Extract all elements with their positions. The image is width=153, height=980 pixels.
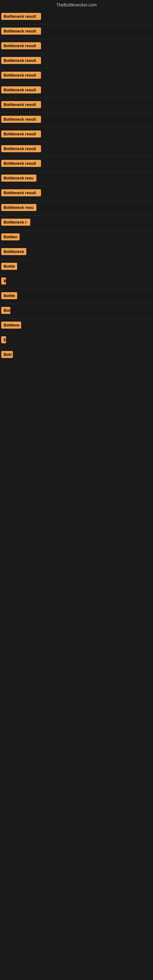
result-row-22: Bottlene — [0, 318, 153, 333]
bottleneck-badge-3[interactable]: Bottleneck result — [1, 42, 41, 49]
bottleneck-badge-5[interactable]: Bottleneck result — [1, 72, 41, 79]
result-row-16: Bottlen — [0, 230, 153, 245]
page-container: TheBottlenecker.com Bottleneck resultBot… — [0, 0, 153, 485]
result-row-19: B — [0, 274, 153, 289]
result-row-14: Bottleneck resu — [0, 201, 153, 216]
bottleneck-badge-10[interactable]: Bottleneck result — [1, 145, 41, 152]
bottleneck-badge-16[interactable]: Bottlen — [1, 233, 19, 240]
result-row-23: E — [0, 333, 153, 348]
result-row-21: Bot — [0, 304, 153, 318]
result-row-7: Bottleneck result — [0, 98, 153, 113]
result-row-2: Bottleneck result — [0, 24, 153, 39]
result-row-11: Bottleneck result — [0, 157, 153, 172]
bottleneck-badge-18[interactable]: Bottle — [1, 263, 17, 270]
result-row-8: Bottleneck result — [0, 113, 153, 127]
empty-section — [0, 363, 153, 485]
result-row-9: Bottleneck result — [0, 127, 153, 142]
bottleneck-badge-23[interactable]: E — [1, 336, 6, 343]
bottleneck-badge-12[interactable]: Bottleneck resu — [1, 175, 37, 181]
bottleneck-badge-1[interactable]: Bottleneck result — [1, 13, 41, 20]
result-row-4: Bottleneck result — [0, 54, 153, 68]
result-row-20: Bottle — [0, 289, 153, 304]
result-row-24: Bott — [0, 348, 153, 363]
bottleneck-badge-4[interactable]: Bottleneck result — [1, 57, 41, 64]
bottleneck-badge-11[interactable]: Bottleneck result — [1, 160, 41, 167]
result-row-13: Bottleneck result — [0, 186, 153, 201]
bottleneck-badge-9[interactable]: Bottleneck result — [1, 130, 41, 137]
result-row-10: Bottleneck result — [0, 142, 153, 157]
bottleneck-badge-19[interactable]: B — [1, 277, 6, 285]
bottleneck-badge-2[interactable]: Bottleneck result — [1, 27, 41, 35]
result-row-12: Bottleneck resu — [0, 172, 153, 186]
bottleneck-badge-20[interactable]: Bottle — [1, 292, 17, 299]
bottleneck-badge-22[interactable]: Bottlene — [1, 321, 21, 329]
bottleneck-badge-17[interactable]: Bottleneck — [1, 248, 26, 255]
bottleneck-badge-8[interactable]: Bottleneck result — [1, 116, 41, 123]
result-row-1: Bottleneck result — [0, 10, 153, 24]
site-title-text: TheBottlenecker.com — [56, 2, 97, 7]
bottleneck-badge-7[interactable]: Bottleneck result — [1, 101, 41, 108]
result-row-6: Bottleneck result — [0, 83, 153, 98]
bottleneck-badge-14[interactable]: Bottleneck resu — [1, 204, 37, 211]
results-list: Bottleneck resultBottleneck resultBottle… — [0, 10, 153, 363]
result-row-17: Bottleneck — [0, 245, 153, 260]
result-row-18: Bottle — [0, 260, 153, 274]
site-title-bar: TheBottlenecker.com — [0, 0, 153, 10]
bottleneck-badge-15[interactable]: Bottleneck r — [1, 219, 30, 226]
bottleneck-badge-6[interactable]: Bottleneck result — [1, 86, 41, 94]
result-row-15: Bottleneck r — [0, 216, 153, 230]
bottleneck-badge-21[interactable]: Bot — [1, 307, 10, 314]
bottleneck-badge-24[interactable]: Bott — [1, 351, 13, 358]
result-row-5: Bottleneck result — [0, 68, 153, 83]
result-row-3: Bottleneck result — [0, 39, 153, 54]
bottleneck-badge-13[interactable]: Bottleneck result — [1, 189, 41, 196]
